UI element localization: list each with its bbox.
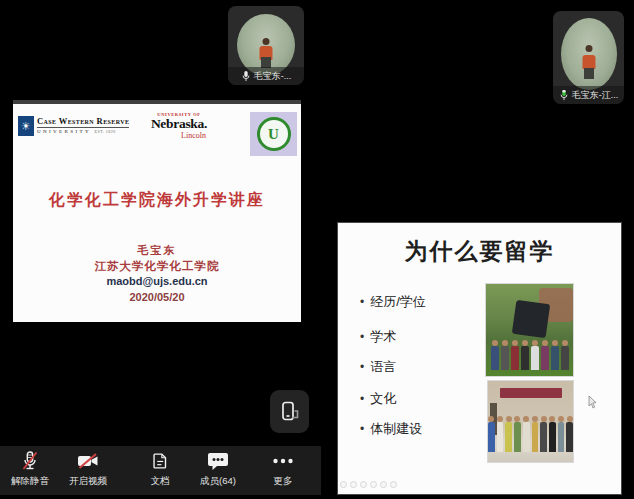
shared-title-slide: ☀ Case Western Reserve UNIVERSITY EST. 1… — [13, 100, 301, 322]
speaker-email: maobd@ujs.edu.cn — [13, 275, 301, 287]
members-button[interactable]: 成员(64) — [188, 449, 248, 493]
mic-icon — [241, 70, 251, 83]
group-photo-outdoor — [485, 283, 574, 377]
group-photo-indoor — [487, 380, 574, 463]
members-label: 成员(64) — [200, 475, 236, 488]
mic-muted-icon — [18, 449, 42, 473]
slideshow-nav-controls — [340, 481, 397, 488]
bullet-item: 经历/学位 — [360, 293, 426, 311]
bullet-item: 文化 — [360, 390, 396, 408]
unmute-label: 解除静音 — [11, 475, 49, 488]
nebraska-logo: UNIVERSITY OF Nebraska. Lincoln — [146, 112, 212, 140]
lecture-title: 化学化工学院海外升学讲座 — [13, 190, 301, 211]
participant-video-tile-1[interactable]: 毛宝东-... — [228, 6, 304, 85]
start-video-label: 开启视频 — [69, 475, 107, 488]
slideshow-nav-button[interactable] — [360, 481, 367, 488]
meeting-toolbar: 解除静音 开启视频 文档 — [0, 446, 321, 495]
lecture-date: 2020/05/20 — [13, 291, 301, 303]
switch-layout-button[interactable] — [270, 390, 309, 433]
slideshow-nav-button[interactable] — [350, 481, 357, 488]
bullet-item: 学术 — [360, 328, 396, 346]
meeting-window: 毛宝东-... 毛宝东-江... ☀ Case Western Reserve … — [0, 0, 634, 499]
participant-avatar — [561, 18, 617, 90]
members-chat-icon — [206, 450, 230, 472]
bullet-item: 语言 — [360, 358, 396, 376]
camera-off-icon — [75, 449, 101, 473]
documents-label: 文档 — [151, 475, 170, 488]
speaker-name: 毛宝东 — [13, 243, 301, 258]
cwru-logo: ☀ Case Western Reserve UNIVERSITY EST. 1… — [18, 116, 129, 136]
participant-name-bar: 毛宝东-江... — [553, 86, 624, 104]
participant-name-bar: 毛宝东-... — [228, 67, 304, 85]
participant-name: 毛宝东-江... — [572, 89, 619, 102]
more-label: 更多 — [274, 475, 293, 488]
more-dots-icon — [271, 451, 295, 471]
slideshow-nav-button[interactable] — [390, 481, 397, 488]
slide-why-study-abroad: 为什么要留学 经历/学位 学术 语言 文化 体制建设 — [337, 222, 622, 495]
slideshow-nav-button[interactable] — [340, 481, 347, 488]
speaker-affiliation: 江苏大学化学化工学院 — [13, 259, 301, 274]
participant-name: 毛宝东-... — [254, 70, 292, 83]
slideshow-nav-button[interactable] — [370, 481, 377, 488]
cwru-est: EST. 1826 — [94, 129, 115, 134]
document-icon — [149, 450, 171, 472]
documents-button[interactable]: 文档 — [130, 449, 190, 493]
cwru-university: UNIVERSITY EST. 1826 — [37, 127, 129, 134]
mic-active-icon — [559, 89, 569, 102]
phone-layout-icon — [279, 400, 301, 424]
more-button[interactable]: 更多 — [253, 449, 313, 493]
participant-video-tile-2[interactable]: 毛宝东-江... — [553, 11, 624, 104]
unmute-button[interactable]: 解除静音 — [0, 449, 60, 493]
start-video-button[interactable]: 开启视频 — [58, 449, 118, 493]
mouse-cursor — [588, 396, 598, 409]
slide-title: 为什么要留学 — [338, 236, 621, 267]
slideshow-nav-button[interactable] — [380, 481, 387, 488]
bullet-item: 体制建设 — [360, 420, 422, 438]
jiangsu-university-logo: U — [250, 112, 297, 156]
cwru-sunburst-icon: ☀ — [18, 116, 34, 136]
cwru-name: Case Western Reserve — [37, 116, 129, 126]
